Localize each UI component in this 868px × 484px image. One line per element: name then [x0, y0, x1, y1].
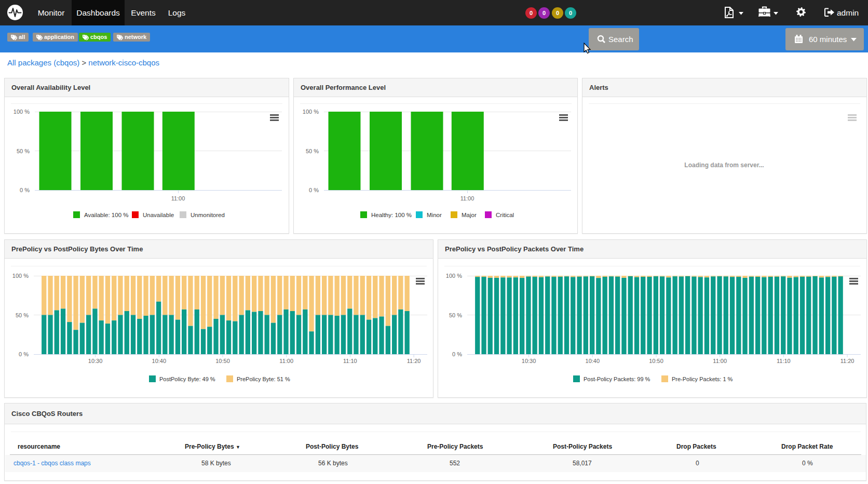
- svg-text:0 %: 0 %: [20, 187, 30, 193]
- svg-text:50 %: 50 %: [17, 148, 30, 154]
- svg-text:Major: Major: [462, 212, 477, 218]
- svg-text:Loading data from server...: Loading data from server...: [684, 162, 764, 169]
- svg-text:Critical: Critical: [496, 212, 514, 218]
- svg-text:50 %: 50 %: [306, 148, 319, 154]
- svg-text:10:40: 10:40: [586, 358, 600, 364]
- svg-text:Pre-Policy Packets: 1 %: Pre-Policy Packets: 1 %: [672, 376, 733, 382]
- svg-text:11:20: 11:20: [840, 358, 855, 364]
- svg-text:11:10: 11:10: [343, 358, 357, 364]
- svg-text:Minor: Minor: [427, 212, 442, 218]
- svg-text:0 %: 0 %: [309, 187, 319, 193]
- svg-text:50 %: 50 %: [449, 312, 462, 318]
- svg-text:11:00: 11:00: [279, 358, 293, 364]
- svg-text:Available: 100 %: Available: 100 %: [84, 212, 128, 218]
- svg-text:11:20: 11:20: [407, 358, 421, 364]
- svg-text:100 %: 100 %: [13, 109, 30, 115]
- svg-text:PrePolicy Byte: 51 %: PrePolicy Byte: 51 %: [237, 376, 290, 382]
- svg-text:Unavailable: Unavailable: [143, 212, 174, 218]
- svg-text:Post-Policy Packets: 99 %: Post-Policy Packets: 99 %: [584, 376, 650, 382]
- svg-text:100 %: 100 %: [446, 273, 462, 279]
- svg-text:0 %: 0 %: [452, 351, 462, 357]
- svg-text:Healthy: 100 %: Healthy: 100 %: [371, 212, 412, 218]
- svg-text:10:50: 10:50: [215, 358, 230, 364]
- svg-text:0 %: 0 %: [19, 351, 29, 357]
- svg-text:Unmonitored: Unmonitored: [191, 212, 225, 218]
- svg-text:PostPolicy Byte: 49 %: PostPolicy Byte: 49 %: [159, 376, 215, 382]
- svg-text:11:00: 11:00: [460, 195, 474, 201]
- svg-text:10:50: 10:50: [649, 358, 663, 364]
- svg-text:100 %: 100 %: [303, 109, 319, 115]
- svg-text:10:40: 10:40: [152, 358, 167, 364]
- svg-text:11:00: 11:00: [171, 195, 185, 201]
- svg-text:10:30: 10:30: [522, 358, 536, 364]
- svg-text:100 %: 100 %: [12, 273, 29, 279]
- svg-text:11:10: 11:10: [777, 358, 791, 364]
- svg-text:11:00: 11:00: [713, 358, 727, 364]
- svg-text:50 %: 50 %: [16, 312, 29, 318]
- svg-text:10:30: 10:30: [88, 358, 103, 364]
